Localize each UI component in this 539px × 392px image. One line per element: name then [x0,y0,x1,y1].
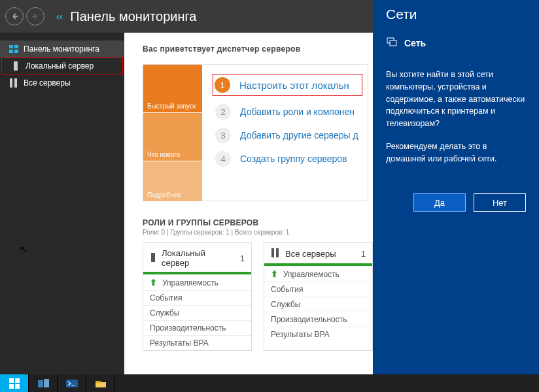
step-number: 2 [215,104,231,120]
taskbar [0,374,539,392]
svg-rect-3 [14,50,18,53]
servers-icon [271,248,280,259]
network-item[interactable]: Сеть [386,37,526,49]
taskbar-explorer[interactable] [86,374,115,392]
network-icon [386,37,398,49]
card-row-bpa[interactable]: Результаты BPA [264,327,372,342]
step-add-servers[interactable]: 3 Добавить другие серверы д [215,127,362,143]
card-row-performance[interactable]: Производительность [143,320,251,335]
page-title: Панель мониторинга [70,9,196,24]
svg-rect-2 [9,50,13,53]
welcome-header: Вас приветствует диспетчер серверов [143,44,373,54]
svg-rect-7 [151,253,155,262]
svg-rect-15 [15,384,20,389]
main-content: Вас приветствует диспетчер серверов Быст… [124,33,373,374]
step-label: Добавить другие серверы д [240,130,358,140]
svg-rect-17 [44,379,49,387]
network-name: Сеть [404,38,426,48]
svg-rect-6 [14,78,17,88]
taskbar-server-manager[interactable] [29,374,58,392]
sidebar: Панель мониторинга Локальный сервер Все … [0,33,124,374]
networks-title: Сети [386,7,526,22]
svg-rect-0 [9,45,13,48]
status-up-icon: ⬆ [271,269,278,279]
svg-rect-8 [271,248,274,257]
step-number: 4 [215,151,231,167]
card-all-servers[interactable]: Все серверы 1 ⬆Управляемость События Слу… [264,242,373,351]
svg-rect-11 [390,41,396,46]
card-count: 1 [240,253,245,263]
welcome-tab-quickstart[interactable]: Быстрый запуск [143,65,202,113]
card-row-manageability[interactable]: ⬆Управляемость [143,274,251,290]
servers-icon [9,79,18,87]
roles-sub: Роли: 0 | Группы серверов: 1 | Всего сер… [143,229,373,236]
card-row-bpa[interactable]: Результаты BPA [143,335,251,350]
sidebar-item-label: Панель мониторинга [24,44,99,54]
step-add-roles[interactable]: 2 Добавить роли и компонен [215,104,362,120]
sidebar-item-label: Все серверы [24,78,71,88]
sidebar-item-all-servers[interactable]: Все серверы [0,74,124,91]
welcome-tile: Быстрый запуск Что нового Подробнее 1 На… [143,64,368,201]
step-configure-local[interactable]: 1 Настроить этот локальн [213,74,362,96]
card-header: Локальный сервер 1 [143,243,251,274]
server-icon [11,62,20,70]
card-row-manageability[interactable]: ⬆Управляемость [264,266,372,282]
card-row-services[interactable]: Службы [264,297,372,312]
status-up-icon: ⬆ [150,278,157,287]
welcome-steps: 1 Настроить этот локальн 2 Добавить роли… [202,65,368,201]
svg-rect-9 [276,248,279,257]
card-header: Все серверы 1 [264,243,372,266]
step-label: Создать группу серверов [240,154,347,164]
yes-button[interactable]: Да [413,193,466,212]
card-row-services[interactable]: Службы [143,305,251,320]
svg-rect-19 [96,381,101,383]
start-button[interactable] [0,374,29,392]
server-icon [150,253,156,264]
sidebar-item-dashboard[interactable]: Панель мониторинга [0,41,124,57]
svg-rect-5 [10,78,12,88]
step-label: Настроить этот локальн [239,80,349,91]
sidebar-item-local-server[interactable]: Локальный сервер [1,57,123,74]
card-count: 1 [361,249,366,259]
step-number: 1 [215,77,230,93]
card-row-events[interactable]: События [143,290,251,305]
back-button[interactable] [5,7,24,25]
step-create-group[interactable]: 4 Создать группу серверов [215,151,362,167]
card-local-server[interactable]: Локальный сервер 1 ⬆Управляемость Событи… [143,242,252,351]
welcome-tabs: Быстрый запуск Что нового Подробнее [143,65,202,201]
step-number: 3 [215,127,231,143]
card-row-performance[interactable]: Производительность [264,312,372,327]
welcome-tab-whatsnew[interactable]: Что нового [143,113,202,161]
svg-rect-1 [14,45,18,48]
network-prompt-2: Рекомендуем делать это в домашней или ра… [386,140,526,165]
taskbar-powershell[interactable] [58,374,86,392]
role-cards: Локальный сервер 1 ⬆Управляемость Событи… [143,242,373,351]
sidebar-item-label: Локальный сервер [26,61,94,71]
card-title: Все серверы [285,249,336,259]
network-prompt-1: Вы хотите найти в этой сети компьютеры, … [386,69,526,130]
networks-panel: Сети Сеть Вы хотите найти в этой сети ко… [373,0,539,374]
card-title: Локальный сервер [162,248,235,268]
no-button[interactable]: Нет [474,193,526,212]
dashboard-icon [9,45,18,53]
svg-rect-18 [66,380,78,387]
roles-header: РОЛИ И ГРУППЫ СЕРВЕРОВ [143,218,373,227]
breadcrumb-sep-icon: ‹‹ [56,11,62,22]
svg-rect-14 [9,384,14,389]
card-row-events[interactable]: События [264,282,372,297]
svg-rect-13 [15,378,20,383]
svg-rect-12 [9,378,14,383]
step-label: Добавить роли и компонен [240,106,355,117]
svg-rect-4 [14,61,18,71]
svg-rect-16 [38,380,43,387]
forward-button[interactable] [26,7,44,25]
welcome-tab-learnmore[interactable]: Подробнее [143,161,202,202]
